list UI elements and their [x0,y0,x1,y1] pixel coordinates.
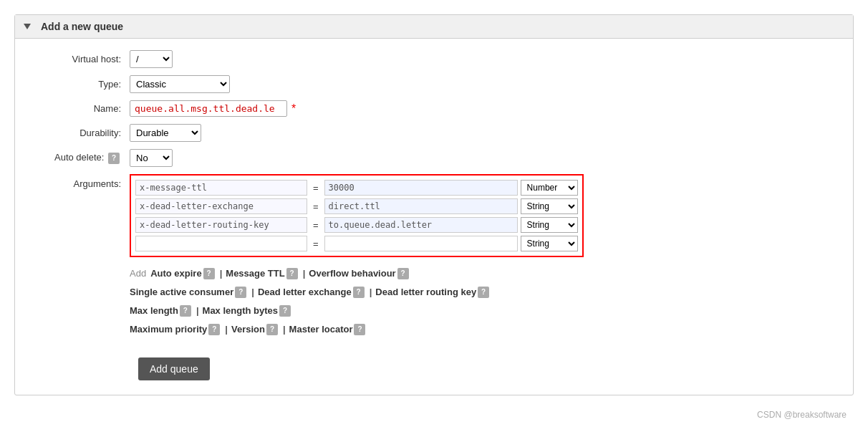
master-locator-help[interactable]: ? [354,324,365,335]
link-auto-expire[interactable]: Auto expire [150,264,202,283]
arg-equals-2: = [310,220,322,231]
link-overflow-behaviour[interactable]: Overflow behaviour [309,264,395,283]
max-length-help[interactable]: ? [180,305,191,317]
add-queue-button[interactable]: Add queue [138,357,210,380]
message-ttl-help[interactable]: ? [286,268,298,279]
add-queue-panel: Add a new queue Virtual host: / Type: Cl… [14,14,854,395]
panel-header: Add a new queue [15,15,853,39]
arg-key-2[interactable] [135,217,307,233]
footer-note: CSDN @breaksoftware [14,410,854,420]
arg-key-0[interactable] [135,180,307,196]
link-master-locator[interactable]: Master locator [289,320,353,339]
autodelete-select[interactable]: No Yes [130,149,173,167]
link-max-length-bytes[interactable]: Max length bytes [203,302,278,320]
arg-type-0[interactable]: Number String Boolean [521,180,578,196]
add-links-row1: Add Auto expire ? | Message TTL ? | Over… [130,264,584,283]
durability-select[interactable]: Durable Transient [130,124,201,142]
durability-row: Durability: Durable Transient [29,124,839,142]
type-label: Type: [29,79,130,90]
single-active-help[interactable]: ? [235,287,246,298]
arg-equals-0: = [310,183,322,193]
link-max-length[interactable]: Max length [130,302,178,320]
virtual-host-select[interactable]: / [130,50,173,68]
name-label: Name: [29,103,130,114]
panel-body: Virtual host: / Type: Classic Quorum Nam… [15,39,853,395]
arg-empty-type[interactable]: Number String Boolean [521,236,578,251]
arg-empty-key[interactable] [135,236,307,251]
arg-value-1[interactable] [324,198,518,214]
virtual-host-label: Virtual host: [29,54,130,64]
autodelete-row: Auto delete: ? No Yes [29,149,839,167]
max-length-bytes-help[interactable]: ? [279,305,291,317]
arg-value-0[interactable] [324,180,518,196]
arguments-container: = Number String Boolean = Number [130,174,584,339]
arg-row-1: = Number String Boolean [135,198,578,214]
link-dead-letter-routing-key[interactable]: Dead letter routing key [375,283,476,302]
arg-type-1[interactable]: Number String Boolean [521,198,578,214]
durability-label: Durability: [29,128,130,138]
arg-empty-value[interactable] [324,236,518,251]
type-select[interactable]: Classic Quorum [130,75,230,93]
arg-empty-equals: = [310,239,322,249]
arg-key-1[interactable] [135,198,307,214]
dead-letter-exchange-help[interactable]: ? [353,287,365,298]
arg-row-2: = Number String Boolean [135,217,578,233]
add-links-row2: Single active consumer ? | Dead letter e… [130,283,584,302]
arguments-box: = Number String Boolean = Number [130,174,584,257]
link-dead-letter-exchange[interactable]: Dead letter exchange [258,283,352,302]
link-single-active-consumer[interactable]: Single active consumer [130,283,233,302]
add-links-row4: Maximum priority ? | Version ? | Master … [130,320,584,339]
collapse-icon[interactable] [24,24,31,29]
autodelete-help-icon[interactable]: ? [108,153,120,164]
add-queue-row: Add queue [29,346,839,380]
arg-row-0: = Number String Boolean [135,180,578,196]
link-message-ttl[interactable]: Message TTL [226,264,284,283]
dead-letter-routing-key-help[interactable]: ? [478,287,489,298]
arguments-label: Arguments: [29,174,130,189]
auto-expire-help[interactable]: ? [203,268,215,279]
add-label: Add [130,264,146,283]
virtual-host-row: Virtual host: / [29,50,839,68]
maximum-priority-help[interactable]: ? [208,324,220,335]
name-input[interactable] [130,100,287,117]
overflow-help[interactable]: ? [397,268,409,279]
arg-empty-row: = Number String Boolean [135,236,578,251]
name-row: Name: * [29,100,839,117]
arg-equals-1: = [310,201,322,212]
link-version[interactable]: Version [231,320,265,339]
arg-value-2[interactable] [324,217,518,233]
link-maximum-priority[interactable]: Maximum priority [130,320,207,339]
required-star: * [291,102,296,115]
type-row: Type: Classic Quorum [29,75,839,93]
autodelete-label: Auto delete: ? [29,152,130,164]
arg-type-2[interactable]: Number String Boolean [521,217,578,233]
add-links-section: Add Auto expire ? | Message TTL ? | Over… [130,264,584,339]
panel-title: Add a new queue [41,21,123,32]
add-links-row3: Max length ? | Max length bytes ? [130,302,584,320]
version-help[interactable]: ? [266,324,278,335]
arguments-row: Arguments: = Number String Boolean [29,174,839,339]
